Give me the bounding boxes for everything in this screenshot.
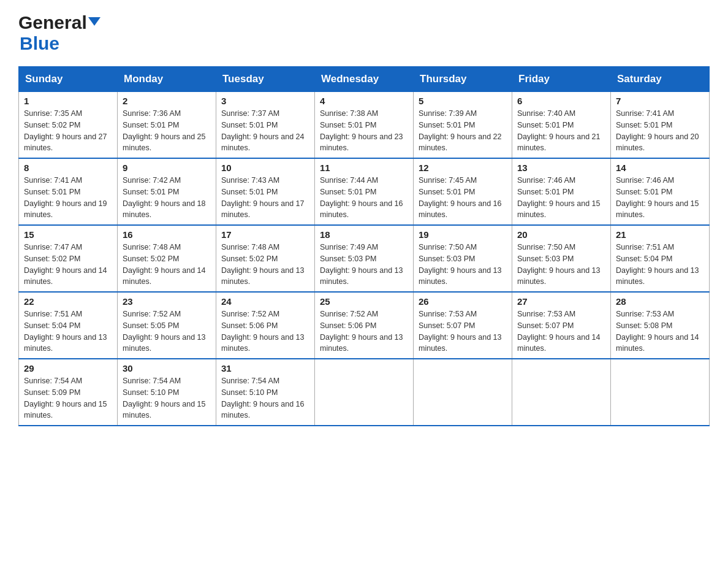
- day-cell-18: 18 Sunrise: 7:49 AMSunset: 5:03 PMDaylig…: [315, 225, 414, 292]
- day-info: Sunrise: 7:52 AMSunset: 5:06 PMDaylight:…: [320, 308, 408, 354]
- day-number: 29: [24, 363, 112, 373]
- day-cell-17: 17 Sunrise: 7:48 AMSunset: 5:02 PMDaylig…: [216, 225, 315, 292]
- day-number: 21: [616, 229, 704, 240]
- day-number: 2: [123, 96, 211, 106]
- day-cell-28: 28 Sunrise: 7:53 AMSunset: 5:08 PMDaylig…: [611, 292, 710, 359]
- day-cell-2: 2 Sunrise: 7:36 AMSunset: 5:01 PMDayligh…: [118, 92, 216, 159]
- day-info: Sunrise: 7:40 AMSunset: 5:01 PMDaylight:…: [517, 108, 605, 154]
- day-cell-4: 4 Sunrise: 7:38 AMSunset: 5:01 PMDayligh…: [315, 92, 414, 159]
- day-number: 1: [24, 96, 112, 106]
- day-info: Sunrise: 7:39 AMSunset: 5:01 PMDaylight:…: [419, 108, 507, 154]
- day-cell-22: 22 Sunrise: 7:51 AMSunset: 5:04 PMDaylig…: [19, 292, 118, 359]
- day-cell-3: 3 Sunrise: 7:37 AMSunset: 5:01 PMDayligh…: [216, 92, 315, 159]
- day-number: 20: [517, 229, 605, 240]
- logo-triangle-icon: [88, 17, 100, 26]
- day-number: 26: [419, 296, 507, 307]
- day-info: Sunrise: 7:37 AMSunset: 5:01 PMDaylight:…: [221, 108, 309, 154]
- day-info: Sunrise: 7:54 AMSunset: 5:10 PMDaylight:…: [123, 375, 211, 421]
- day-number: 3: [221, 96, 309, 106]
- day-info: Sunrise: 7:53 AMSunset: 5:07 PMDaylight:…: [419, 308, 507, 354]
- day-cell-16: 16 Sunrise: 7:48 AMSunset: 5:02 PMDaylig…: [118, 225, 216, 292]
- empty-cell: [512, 359, 611, 426]
- day-cell-29: 29 Sunrise: 7:54 AMSunset: 5:09 PMDaylig…: [19, 359, 118, 426]
- day-number: 14: [616, 163, 704, 173]
- day-cell-12: 12 Sunrise: 7:45 AMSunset: 5:01 PMDaylig…: [414, 158, 512, 225]
- week-row-5: 29 Sunrise: 7:54 AMSunset: 5:09 PMDaylig…: [19, 359, 710, 426]
- day-cell-14: 14 Sunrise: 7:46 AMSunset: 5:01 PMDaylig…: [611, 158, 710, 225]
- day-info: Sunrise: 7:48 AMSunset: 5:02 PMDaylight:…: [123, 242, 211, 288]
- day-number: 11: [320, 163, 408, 173]
- day-number: 22: [24, 296, 112, 307]
- day-info: Sunrise: 7:45 AMSunset: 5:01 PMDaylight:…: [419, 175, 507, 221]
- logo: General Blue: [18, 12, 100, 54]
- day-info: Sunrise: 7:49 AMSunset: 5:03 PMDaylight:…: [320, 242, 408, 288]
- day-number: 7: [616, 96, 704, 106]
- day-cell-27: 27 Sunrise: 7:53 AMSunset: 5:07 PMDaylig…: [512, 292, 611, 359]
- day-info: Sunrise: 7:38 AMSunset: 5:01 PMDaylight:…: [320, 108, 408, 154]
- day-cell-15: 15 Sunrise: 7:47 AMSunset: 5:02 PMDaylig…: [19, 225, 118, 292]
- weekday-header-wednesday: Wednesday: [315, 67, 414, 92]
- day-info: Sunrise: 7:43 AMSunset: 5:01 PMDaylight:…: [221, 175, 309, 221]
- day-info: Sunrise: 7:46 AMSunset: 5:01 PMDaylight:…: [517, 175, 605, 221]
- day-number: 23: [123, 296, 211, 307]
- day-info: Sunrise: 7:51 AMSunset: 5:04 PMDaylight:…: [24, 308, 112, 354]
- logo-general-text: General: [18, 12, 87, 33]
- day-info: Sunrise: 7:51 AMSunset: 5:04 PMDaylight:…: [616, 242, 704, 288]
- day-number: 27: [517, 296, 605, 307]
- calendar-header: SundayMondayTuesdayWednesdayThursdayFrid…: [19, 67, 710, 92]
- empty-cell: [414, 359, 512, 426]
- weekday-header-saturday: Saturday: [611, 67, 710, 92]
- day-cell-30: 30 Sunrise: 7:54 AMSunset: 5:10 PMDaylig…: [118, 359, 216, 426]
- day-number: 19: [419, 229, 507, 240]
- day-cell-8: 8 Sunrise: 7:41 AMSunset: 5:01 PMDayligh…: [19, 158, 118, 225]
- weekday-header-row: SundayMondayTuesdayWednesdayThursdayFrid…: [19, 67, 710, 92]
- calendar-table: SundayMondayTuesdayWednesdayThursdayFrid…: [18, 66, 710, 426]
- day-info: Sunrise: 7:35 AMSunset: 5:02 PMDaylight:…: [24, 108, 112, 154]
- day-number: 16: [123, 229, 211, 240]
- day-number: 12: [419, 163, 507, 173]
- weekday-header-friday: Friday: [512, 67, 611, 92]
- day-info: Sunrise: 7:54 AMSunset: 5:09 PMDaylight:…: [24, 375, 112, 421]
- day-info: Sunrise: 7:52 AMSunset: 5:05 PMDaylight:…: [123, 308, 211, 354]
- day-cell-9: 9 Sunrise: 7:42 AMSunset: 5:01 PMDayligh…: [118, 158, 216, 225]
- day-cell-5: 5 Sunrise: 7:39 AMSunset: 5:01 PMDayligh…: [414, 92, 512, 159]
- weekday-header-thursday: Thursday: [414, 67, 512, 92]
- day-number: 10: [221, 163, 309, 173]
- page-header: General Blue: [18, 12, 710, 54]
- day-number: 24: [221, 296, 309, 307]
- day-cell-24: 24 Sunrise: 7:52 AMSunset: 5:06 PMDaylig…: [216, 292, 315, 359]
- logo-blue-text: Blue: [20, 33, 59, 54]
- day-number: 18: [320, 229, 408, 240]
- day-cell-25: 25 Sunrise: 7:52 AMSunset: 5:06 PMDaylig…: [315, 292, 414, 359]
- day-cell-26: 26 Sunrise: 7:53 AMSunset: 5:07 PMDaylig…: [414, 292, 512, 359]
- weekday-header-sunday: Sunday: [19, 67, 118, 92]
- day-cell-19: 19 Sunrise: 7:50 AMSunset: 5:03 PMDaylig…: [414, 225, 512, 292]
- day-number: 6: [517, 96, 605, 106]
- day-info: Sunrise: 7:48 AMSunset: 5:02 PMDaylight:…: [221, 242, 309, 288]
- day-info: Sunrise: 7:53 AMSunset: 5:07 PMDaylight:…: [517, 308, 605, 354]
- calendar-body: 1 Sunrise: 7:35 AMSunset: 5:02 PMDayligh…: [19, 92, 710, 426]
- day-cell-7: 7 Sunrise: 7:41 AMSunset: 5:01 PMDayligh…: [611, 92, 710, 159]
- week-row-1: 1 Sunrise: 7:35 AMSunset: 5:02 PMDayligh…: [19, 92, 710, 159]
- day-info: Sunrise: 7:41 AMSunset: 5:01 PMDaylight:…: [616, 108, 704, 154]
- day-info: Sunrise: 7:36 AMSunset: 5:01 PMDaylight:…: [123, 108, 211, 154]
- day-info: Sunrise: 7:53 AMSunset: 5:08 PMDaylight:…: [616, 308, 704, 354]
- day-info: Sunrise: 7:50 AMSunset: 5:03 PMDaylight:…: [517, 242, 605, 288]
- day-info: Sunrise: 7:44 AMSunset: 5:01 PMDaylight:…: [320, 175, 408, 221]
- day-info: Sunrise: 7:52 AMSunset: 5:06 PMDaylight:…: [221, 308, 309, 354]
- day-number: 31: [221, 363, 309, 373]
- day-number: 8: [24, 163, 112, 173]
- day-number: 5: [419, 96, 507, 106]
- day-info: Sunrise: 7:42 AMSunset: 5:01 PMDaylight:…: [123, 175, 211, 221]
- day-cell-31: 31 Sunrise: 7:54 AMSunset: 5:10 PMDaylig…: [216, 359, 315, 426]
- day-cell-1: 1 Sunrise: 7:35 AMSunset: 5:02 PMDayligh…: [19, 92, 118, 159]
- day-cell-20: 20 Sunrise: 7:50 AMSunset: 5:03 PMDaylig…: [512, 225, 611, 292]
- day-number: 15: [24, 229, 112, 240]
- day-info: Sunrise: 7:46 AMSunset: 5:01 PMDaylight:…: [616, 175, 704, 221]
- empty-cell: [611, 359, 710, 426]
- day-info: Sunrise: 7:41 AMSunset: 5:01 PMDaylight:…: [24, 175, 112, 221]
- day-number: 4: [320, 96, 408, 106]
- day-number: 30: [123, 363, 211, 373]
- weekday-header-monday: Monday: [118, 67, 216, 92]
- weekday-header-tuesday: Tuesday: [216, 67, 315, 92]
